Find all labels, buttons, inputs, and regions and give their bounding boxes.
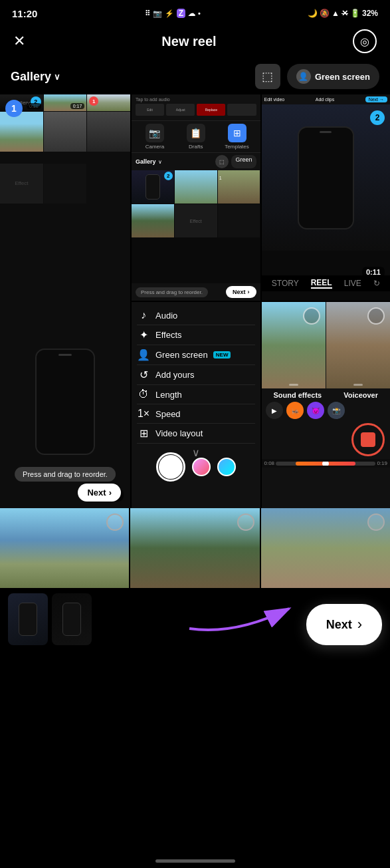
small-thumb-1[interactable] [8,593,48,645]
label-effect: Effect [15,180,28,186]
chevron-right-icon: › [109,488,112,498]
sound-icon-4[interactable]: 📸 [328,402,345,419]
phone-notch [58,354,72,356]
badge-2-mini: 2 [164,172,173,180]
green-screen-sub[interactable]: Green [231,155,256,168]
drafts-option[interactable]: 📋 Drafts [177,124,215,150]
menu-length[interactable]: ⏱ Length [137,385,255,404]
adjust-section-btn[interactable]: Adjust [166,104,195,116]
close-button[interactable]: ✕ [13,33,25,50]
badge-1-mini: 1 [218,174,223,182]
menu-speed[interactable]: 1× Speed [137,404,255,424]
thumb-valley[interactable] [130,508,259,588]
small-thumbs [8,593,92,645]
next-button-main[interactable]: Next › [306,604,382,645]
duration-2: 0:17 [70,103,85,109]
page-title: New reel [161,34,216,49]
wifi-icon: ▲ [332,9,340,18]
ctrl4[interactable] [227,104,256,116]
sound-icon-2[interactable]: 🦗 [286,402,304,419]
voiceover-title: Voiceover [343,391,378,399]
thumb-cell-9[interactable] [87,164,130,204]
record-button[interactable] [351,423,385,456]
mini-thumb-5[interactable]: Effect [175,204,217,237]
drafts-label: Drafts [189,144,203,150]
menu-ay-label: Add yours [155,370,195,380]
story-tab[interactable]: STORY [272,279,299,288]
thumb-circle-1[interactable] [106,513,124,531]
mountain-thumb-2[interactable] [326,302,390,388]
gallery-dropdown[interactable]: Gallery ∨ [11,70,60,84]
menu-audio-label: Audio [155,311,177,321]
circle-check-2[interactable] [367,307,385,325]
templates-option[interactable]: ⊞ Templates [218,124,256,150]
phone-mini-sm2 [62,603,81,636]
gallery-bar: Gallery ∨ ⬚ 👤 Green screen [0,61,390,94]
mini-thumb-3[interactable]: 1 [218,170,260,204]
circle-check-1[interactable] [303,307,320,325]
purple-arrow [183,595,302,642]
phone-in-hand [298,126,354,229]
select-button[interactable]: ⬚ [255,64,280,89]
mountain-gallery-panel: ♪ Audio ✦ Effects 👤 Green screen NEW ↺ [132,302,260,508]
time-end: 0:19 [377,460,387,466]
edit-btn[interactable]: Edit [136,104,164,116]
thumb-cell-7[interactable]: Effect [0,164,43,204]
next-edit-btn[interactable]: Next → [365,96,387,102]
speed-icon: 1× [137,408,150,420]
menu-panel: Tap to add audio Edit Adjust Replace 📷 C… [132,94,260,301]
green-screen-button[interactable]: 👤 Green screen [287,64,379,89]
thumb-mountain[interactable] [261,508,390,588]
thumb-cell-5[interactable] [44,112,87,152]
menu-list: ♪ Audio ✦ Effects 👤 Green screen NEW ↺ [132,302,260,466]
phone-mountains-panel: Edit video Add clips Next → 2 0:11 [262,94,391,301]
thumb-circle-3[interactable] [367,513,385,531]
sound-icon-3[interactable]: 😈 [307,402,324,419]
next-button-small[interactable]: Next › [78,484,121,502]
small-thumb-2[interactable] [52,593,92,645]
capture-button[interactable] [156,452,185,482]
gallery-label-text: Gallery [11,70,51,84]
reel-tab[interactable]: REEL [311,278,332,289]
main-collage: Gallery 2 0:11 0:17 1 Effect 1 [0,94,390,507]
thumb-circle-2[interactable] [237,513,254,531]
gallery-sub-dropdown[interactable]: Gallery ∨ [136,158,162,165]
menu-effects[interactable]: ✦ Effects [137,325,255,345]
menu-green-screen[interactable]: 👤 Green screen NEW [137,345,255,365]
gallery-action-1[interactable]: ⬚ [215,155,229,168]
menu-layout[interactable]: ⊞ Video layout [137,424,255,444]
drafts-icon: 📋 [187,124,205,142]
effect-label: Effect [190,219,202,223]
menu-add-yours[interactable]: ↺ Add yours [137,365,255,385]
sound-icon-1[interactable]: ▶ [266,402,283,419]
replace-btn[interactable]: Replace [197,104,225,116]
number-badge-one: 1 [5,100,23,117]
capture-inner [159,455,183,479]
thumb-cell-2[interactable]: 0:17 [44,94,87,111]
mini-thumb-4[interactable] [132,204,174,237]
camera-option[interactable]: 📷 Camera [136,124,174,150]
status-icons: ⠿ 📷 ⚡ Z ☁ • [145,9,201,18]
menu-length-label: Length [155,390,182,400]
edit-video-btn[interactable]: Edit video [264,97,285,102]
thumb-sky-1[interactable] [0,508,129,588]
chevron-down-icon: ∨ [54,72,60,82]
thumb-cell-4[interactable] [0,112,43,152]
refresh-icon[interactable]: ↻ [373,279,380,288]
add-clips-btn[interactable]: Add clips [316,97,334,102]
thumb-cell-8[interactable] [44,164,87,204]
mini-thumb-2[interactable] [175,170,217,204]
timeline-thumb[interactable] [322,462,329,466]
next-chevron-icon: › [357,616,362,633]
mini-thumb-1[interactable]: 2 [132,170,174,204]
settings-button[interactable]: ◎ [353,29,377,53]
mini-thumb-6[interactable] [218,204,260,237]
next-btn-inner[interactable]: Next › [226,286,256,298]
live-tab[interactable]: LIVE [344,279,361,288]
menu-audio[interactable]: ♪ Audio [137,306,255,325]
thumb-cell-6[interactable] [87,112,130,152]
story-reel-live-bar: STORY REEL LIVE ↻ [262,275,391,291]
mountain-thumb-1[interactable] [262,302,326,388]
timeline-track[interactable] [276,462,375,466]
thumb-cell-3[interactable]: 1 [87,94,130,111]
